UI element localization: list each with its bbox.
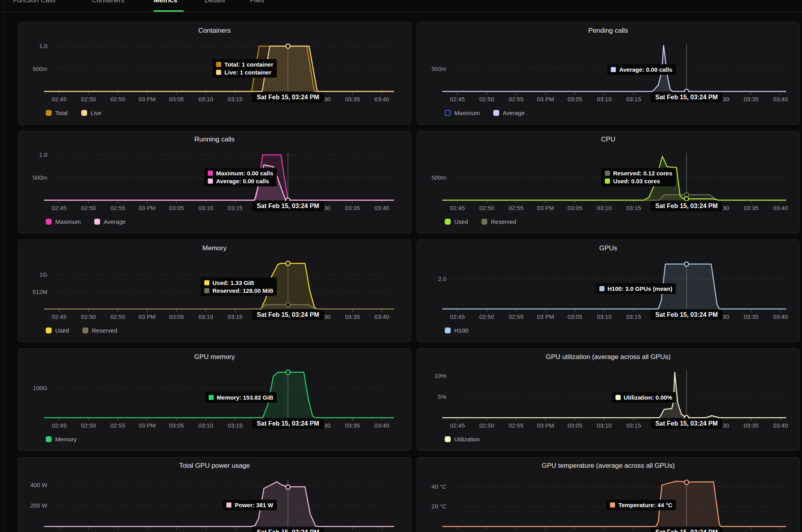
tooltip-series-swatch [610, 502, 615, 508]
x-axis-label: 03:35 [339, 205, 366, 211]
legend-swatch [94, 219, 100, 225]
tooltip-series-swatch [216, 62, 221, 67]
x-axis-label: 02:55 [502, 96, 530, 102]
chart-plot [18, 458, 412, 532]
x-axis-label: 02:50 [75, 96, 102, 102]
legend-swatch [46, 110, 52, 116]
tooltip-row: Live: 1 container [216, 69, 273, 76]
tab-containers[interactable]: Containers [92, 0, 124, 4]
chart-tooltip: Average: 0.00 calls [607, 64, 676, 75]
x-axis-label: 02:50 [473, 205, 501, 211]
legend-item-total[interactable]: Total [46, 110, 68, 116]
chart-legend: MaximumAverage [445, 110, 525, 116]
chart-legend: TotalLive [46, 110, 101, 116]
x-axis-label: 03:05 [561, 422, 589, 429]
x-axis-label: 03:35 [737, 205, 765, 211]
legend-item-maximum[interactable]: Maximum [46, 218, 81, 225]
tab-function-calls[interactable]: Function Calls [13, 0, 56, 4]
crosshair-date-tooltip: Sat Feb 15, 03:24 PM [651, 92, 722, 102]
x-axis-label: 02:45 [444, 205, 471, 211]
legend-label: Live [91, 110, 102, 116]
y-axis-label: 400 W [18, 481, 47, 489]
x-axis-label: 02:55 [104, 422, 132, 429]
x-axis-label: 03:15 [221, 422, 249, 429]
x-axis-label: 03:40 [368, 205, 395, 211]
legend-item-reserved[interactable]: Reserved [82, 327, 117, 334]
x-axis-label: 02:50 [473, 422, 501, 429]
legend-item-h100[interactable]: H100 [445, 327, 468, 334]
x-axis-label: 03 PM [133, 205, 161, 211]
legend-swatch [445, 327, 451, 333]
legend-item-maximum[interactable]: Maximum [445, 110, 480, 116]
page-left-border [4, 0, 4, 532]
tooltip-series-swatch [599, 286, 604, 291]
tooltip-series-swatch [605, 171, 610, 176]
chart-legend: UsedReserved [46, 327, 117, 334]
chart-tooltip: Used: 1.33 GiBReserved: 128.00 MiB [201, 277, 277, 296]
crosshair-date-tooltip: Sat Feb 15, 03:24 PM [651, 527, 722, 532]
chart-card: GPU memory100G02:4502:5002:5503 PM03:050… [18, 348, 411, 451]
tab-details[interactable]: Details [205, 0, 225, 4]
x-axis-label: 03:10 [192, 422, 220, 429]
chart-tooltip: Memory: 153.82 GiB [205, 392, 277, 403]
x-axis-label: 03 PM [532, 205, 560, 211]
x-axis-label: 03:05 [163, 313, 190, 320]
legend-item-utilization[interactable]: Utilization [445, 436, 480, 443]
legend-label: Memory [55, 436, 76, 443]
chart-tooltip: Reserved: 0.12 coresUsed: 0.03 cores [601, 168, 676, 186]
y-axis-label: 1.0 [18, 151, 47, 159]
tooltip-row: H100: 3.0 GPUs (mean) [599, 285, 672, 292]
legend-label: Total [55, 110, 68, 116]
tab-files[interactable]: Files [250, 0, 264, 4]
x-axis-label: 03 PM [133, 96, 161, 102]
crosshair-date-tooltip: Sat Feb 15, 03:24 PM [651, 201, 722, 211]
tooltip-row: Average: 0.00 calls [611, 66, 672, 73]
x-axis-label: 03:35 [737, 96, 765, 102]
legend-item-used[interactable]: Used [46, 327, 69, 334]
chart-legend: Memory [46, 436, 76, 443]
tooltip-series-swatch [615, 395, 621, 400]
tooltip-series-value: Utilization: 0.00% [624, 394, 672, 401]
tooltip-row: Utilization: 0.00% [615, 394, 672, 401]
active-tab-underline [153, 10, 184, 12]
x-axis-label: 03:15 [221, 313, 249, 320]
x-axis-label: 03:15 [221, 96, 249, 102]
tab-metrics[interactable]: Metrics [154, 0, 177, 4]
tooltip-row: Total: 1 container [216, 61, 273, 68]
x-axis-label: 03:10 [192, 96, 220, 102]
crosshair-date-tooltip: Sat Feb 15, 03:24 PM [252, 527, 324, 532]
y-axis-label: 500m [417, 174, 446, 182]
y-axis-label: 500m [18, 65, 47, 73]
tooltip-series-swatch [605, 179, 610, 184]
legend-label: Average [503, 110, 525, 116]
legend-swatch [46, 436, 52, 442]
legend-item-memory[interactable]: Memory [46, 436, 76, 443]
x-axis-label: 02:55 [502, 422, 530, 429]
tab-bar: Function CallsContainersMetricsDetailsFi… [0, 0, 802, 12]
chart-card: Total GPU power usage400 W200 W02:4502:5… [18, 457, 411, 532]
chart-card: Running calls1.0500m02:4502:5002:5503 PM… [18, 131, 411, 233]
chart-card: GPU utilization (average across all GPUs… [417, 348, 800, 451]
x-axis-label: 03:15 [620, 205, 647, 211]
x-axis-label: 02:45 [45, 422, 73, 429]
x-axis-label: 02:45 [45, 313, 73, 320]
tooltip-series-swatch [226, 502, 231, 508]
chart-legend: MaximumAverage [46, 218, 126, 225]
legend-item-average[interactable]: Average [493, 110, 525, 116]
chart-card: GPUs2.002:4502:5002:5503 PM03:0503:1003:… [417, 240, 800, 342]
tooltip-series-swatch [209, 395, 214, 400]
crosshair-date-tooltip: Sat Feb 15, 03:24 PM [252, 201, 324, 211]
x-axis-label: 03:15 [620, 313, 647, 320]
x-axis-label: 02:50 [75, 422, 102, 429]
x-axis-label: 02:50 [473, 96, 501, 102]
legend-item-reserved[interactable]: Reserved [481, 218, 516, 225]
chart-tooltip: Utilization: 0.00% [612, 392, 676, 403]
x-axis-label: 03:15 [620, 96, 647, 102]
tooltip-series-value: H100: 3.0 GPUs (mean) [608, 285, 672, 292]
legend-item-used[interactable]: Used [445, 218, 468, 225]
x-axis-label: 02:50 [75, 313, 102, 320]
y-axis-label: 100G [18, 384, 47, 392]
legend-item-average[interactable]: Average [94, 218, 126, 225]
legend-item-live[interactable]: Live [81, 110, 102, 116]
chart-card: CPU500m02:4502:5002:5503 PM03:0503:1003:… [417, 131, 800, 233]
